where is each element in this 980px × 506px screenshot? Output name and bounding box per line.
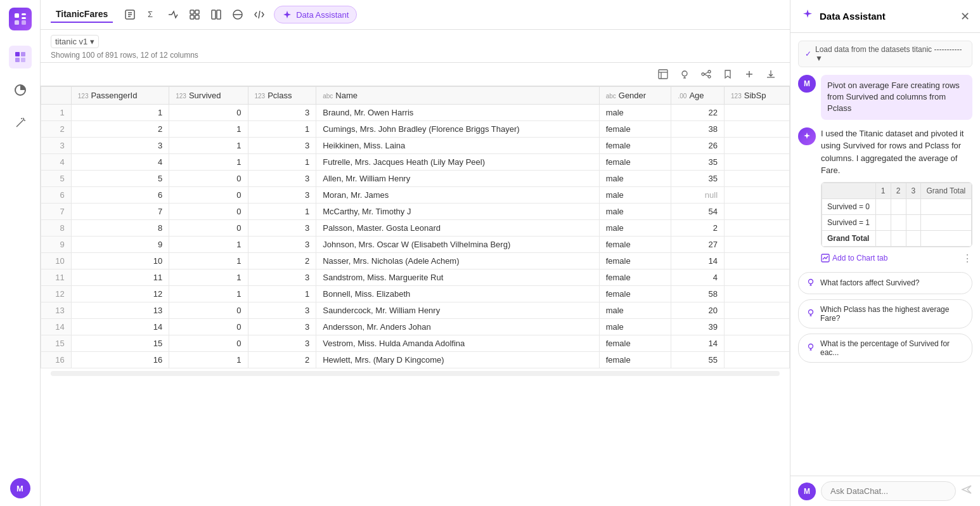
table-row: 13 13 0 3 Saundercock, Mr. William Henry… [41, 302, 790, 319]
table-row: 14 14 0 3 Andersson, Mr. Anders Johan ma… [41, 319, 790, 335]
user-bubble: Pivot on average Fare creating rows from… [821, 75, 972, 120]
col-header-index [41, 87, 72, 105]
pivot-cell-survived-1-1 [875, 214, 891, 230]
cell-sibsp [725, 286, 790, 302]
cell-age: 20 [671, 302, 725, 319]
col-header-sibsp[interactable]: 123SibSp [725, 87, 790, 105]
chat-send-btn[interactable] [961, 484, 972, 498]
svg-rect-23 [195, 15, 199, 19]
bookmark-btn[interactable] [719, 65, 737, 83]
cell-passengerid: 14 [71, 319, 169, 335]
cell-survived: 1 [169, 286, 248, 302]
cell-passengerid: 13 [71, 302, 169, 319]
panel-close-btn[interactable]: ✕ [960, 10, 970, 23]
data-table-area: 123PassengerId 123Survived 123Pclass abc… [41, 86, 790, 506]
cell-pclass: 1 [248, 154, 316, 171]
row-index: 12 [41, 286, 72, 302]
cell-passengerid: 15 [71, 335, 169, 352]
cell-name: Moran, Mr. James [316, 187, 599, 204]
suggestions: What factors affect Survived? Which Pcla… [798, 272, 972, 368]
svg-rect-20 [190, 10, 194, 14]
dataset-name-btn[interactable]: titanic v1 ▾ [51, 35, 99, 48]
col-header-pclass[interactable]: 123Pclass [248, 87, 316, 105]
ai-msg-avatar [798, 127, 816, 145]
table-view-btn[interactable] [654, 65, 672, 83]
cell-survived: 1 [169, 121, 248, 138]
suggestion-chip-1[interactable]: What factors affect Survived? [798, 272, 972, 294]
download-btn[interactable] [762, 65, 780, 83]
pivot-row-survived-1: Survived = 1 [822, 214, 972, 230]
pivot-cell-grand-total-3 [906, 230, 921, 246]
pivot-cell-survived-1-label: Survived = 1 [822, 214, 876, 230]
cell-sibsp [725, 319, 790, 335]
cell-survived: 0 [169, 302, 248, 319]
lineage-btn[interactable] [697, 65, 715, 83]
pivot-col-header-total: Grand Total [921, 183, 972, 198]
suggestion-chip-2[interactable]: Which Pclass has the highest average Far… [798, 299, 972, 328]
pivot-col-header-3: 3 [906, 183, 921, 198]
table-row: 16 16 1 2 Hewlett, Mrs. (Mary D Kingcome… [41, 352, 790, 368]
table-row: 15 15 0 3 Vestrom, Miss. Hulda Amanda Ad… [41, 335, 790, 352]
svg-rect-2 [22, 17, 26, 19]
cell-age: 35 [671, 171, 725, 187]
svg-rect-29 [659, 70, 667, 79]
col-header-age[interactable]: .00Age [671, 87, 725, 105]
cell-sibsp [725, 121, 790, 138]
cell-name: Futrelle, Mrs. Jacques Heath (Lily May P… [316, 154, 599, 171]
cell-survived: 0 [169, 105, 248, 121]
cell-gender: female [599, 269, 671, 286]
suggestion-chip-3[interactable]: What is the percentage of Survived for e… [798, 334, 972, 363]
cell-pclass: 3 [248, 237, 316, 253]
svg-rect-24 [212, 10, 216, 19]
cell-gender: female [599, 335, 671, 352]
horizontal-scrollbar[interactable] [51, 371, 780, 376]
col-header-passengerid[interactable]: 123PassengerId [71, 87, 169, 105]
user-avatar[interactable]: M [10, 478, 30, 498]
row-index: 11 [41, 269, 72, 286]
cell-name: Johnson, Mrs. Oscar W (Elisabeth Vilhelm… [316, 237, 599, 253]
cell-age: 14 [671, 253, 725, 269]
more-options-btn[interactable]: ⋮ [962, 252, 972, 264]
cell-sibsp [725, 253, 790, 269]
row-index: 16 [41, 352, 72, 368]
cell-age: 27 [671, 237, 725, 253]
cell-name: Vestrom, Miss. Hulda Amanda Adolfina [316, 335, 599, 352]
pivot-col-header-2: 2 [891, 183, 906, 198]
add-column-btn[interactable] [740, 65, 758, 83]
edit-btn[interactable] [120, 5, 139, 24]
col-header-gender[interactable]: abcGender [599, 87, 671, 105]
code-btn[interactable] [250, 5, 269, 24]
svg-rect-4 [22, 20, 26, 25]
sidebar-icon-table[interactable] [9, 46, 32, 68]
cell-passengerid: 12 [71, 286, 169, 302]
data-assistant-btn[interactable]: Data Assistant [274, 6, 357, 23]
columns-btn[interactable] [207, 5, 226, 24]
pivot-table-preview: 1 2 3 Grand Total Survived = 0 [821, 182, 972, 247]
chat-input[interactable] [821, 481, 956, 501]
row-index: 4 [41, 154, 72, 171]
formula-btn[interactable]: Σ [142, 5, 161, 24]
col-header-name[interactable]: abcName [316, 87, 599, 105]
grid-btn[interactable] [185, 5, 204, 24]
add-to-chart-link[interactable]: Add to Chart tab [821, 254, 887, 263]
sidebar-icon-wand[interactable] [9, 112, 32, 134]
app-logo[interactable] [9, 8, 32, 30]
cell-gender: female [599, 121, 671, 138]
svg-line-11 [23, 119, 24, 120]
pipeline-btn[interactable] [164, 5, 183, 24]
toolbar: TitanicFares Σ [41, 0, 790, 30]
cell-sibsp [725, 237, 790, 253]
cell-sibsp [725, 187, 790, 204]
cell-pclass: 1 [248, 121, 316, 138]
pivot-btn[interactable] [228, 5, 247, 24]
svg-line-14 [23, 118, 24, 119]
pivot-cell-survived-1-3 [906, 214, 921, 230]
cell-pclass: 2 [248, 352, 316, 368]
sidebar-icon-chart[interactable] [9, 79, 32, 101]
cell-pclass: 3 [248, 187, 316, 204]
insights-btn[interactable] [676, 65, 693, 83]
svg-point-32 [682, 71, 687, 76]
pivot-cell-survived-0-1 [875, 198, 891, 214]
table-row: 3 3 1 3 Heikkinen, Miss. Laina female 26 [41, 138, 790, 154]
col-header-survived[interactable]: 123Survived [169, 87, 248, 105]
